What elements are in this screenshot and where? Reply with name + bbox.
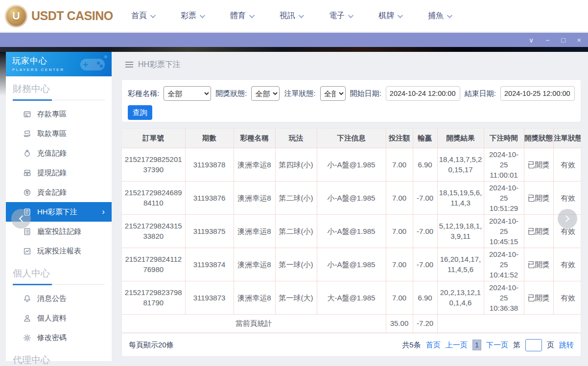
cell-order-status: 有效 <box>553 148 581 181</box>
jump-link[interactable]: 跳转 <box>559 341 574 350</box>
section-title-agent: 代理中心 <box>6 347 112 366</box>
sidebar-item-label: 存款專區 <box>37 110 67 119</box>
col-draw-status: 開獎狀態 <box>524 129 553 148</box>
chevron-right-icon <box>563 215 569 222</box>
cell-play-type: 第四球(小) <box>275 148 317 181</box>
nav-item-live[interactable]: 視訊 <box>280 11 303 21</box>
sidebar: 玩家中心 PLAYERS CENTER 財務中心 存款專區 取款專區 充值記錄 <box>6 52 112 361</box>
nav-item-slots[interactable]: 電子 <box>329 11 352 21</box>
sidebar-item-label: 資金記錄 <box>37 188 67 197</box>
summary-win-loss: -7.20 <box>413 314 437 332</box>
cell-draw-result: 5,12,19,18,1,3,9,11 <box>437 214 484 248</box>
hamburger-icon[interactable] <box>125 62 133 68</box>
col-bet-info: 下注信息 <box>317 129 386 148</box>
sidebar-item-withdraw[interactable]: 取款專區 <box>6 124 112 143</box>
cell-order-status: 有效 <box>553 248 581 281</box>
end-date-input[interactable] <box>500 86 575 101</box>
cell-bet-time: 2024-10-25 10:45:15 <box>484 214 524 248</box>
application-window: U USDT CASINO 首頁 彩票 體育 視訊 電子 <box>0 0 588 366</box>
cell-draw-status: 已開獎 <box>524 214 553 248</box>
cell-win-loss: -7.00 <box>413 181 437 214</box>
nav-item-sports[interactable]: 體育 <box>230 11 253 21</box>
card-icon <box>23 110 31 118</box>
cell-lottery-name: 澳洲幸运8 <box>234 281 275 314</box>
cell-draw-status: 已開獎 <box>524 248 553 281</box>
minimize-icon[interactable]: − <box>545 37 549 44</box>
sidebar-menu-personal: 消息公告 個人資料 修改密碼 <box>6 289 112 347</box>
draw-status-select[interactable]: 全部 <box>251 86 280 101</box>
order-status-select[interactable]: 全部 <box>320 86 346 101</box>
cell-lottery-name: 澳洲幸运8 <box>234 248 275 281</box>
maximize-icon[interactable]: □ <box>561 37 565 44</box>
first-page-link[interactable]: 首页 <box>426 341 441 350</box>
nav-label: 彩票 <box>181 11 196 21</box>
nav-item-home[interactable]: 首頁 <box>131 11 154 21</box>
cell-bet-amount: 7.00 <box>386 248 413 281</box>
nav-label: 視訊 <box>280 11 295 21</box>
close-icon[interactable]: × <box>577 37 581 44</box>
nav-label: 體育 <box>230 11 246 21</box>
cell-draw-status: 已開獎 <box>524 281 553 314</box>
main-nav: 首頁 彩票 體育 視訊 電子 棋牌 <box>131 11 451 21</box>
cell-bet-amount: 7.00 <box>386 281 413 314</box>
col-period: 期數 <box>185 129 234 148</box>
pagination-bar: 每頁顯示20條 共5条 首页 上一页 1 下一页 第 页 跳转 <box>121 333 581 357</box>
sidebar-item-player-bet-report[interactable]: 玩家投注報表 <box>6 241 112 261</box>
chevron-down-icon <box>447 12 452 18</box>
sidebar-item-label: 充值記錄 <box>37 149 67 158</box>
start-date-input[interactable] <box>386 86 460 101</box>
col-bet-time: 下注時間 <box>484 129 524 148</box>
section-divider <box>13 284 105 285</box>
banner-strip-left <box>0 52 6 96</box>
chevron-down-icon <box>150 12 156 18</box>
cell-bet-time: 2024-10-25 11:00:01 <box>484 148 524 181</box>
prev-page-link[interactable]: 上一页 <box>446 341 468 350</box>
lottery-name-select[interactable]: 全部 <box>164 86 211 101</box>
nav-label: 電子 <box>329 11 345 21</box>
cell-period: 31193875 <box>185 214 234 248</box>
chevron-down-icon[interactable]: ∨ <box>529 37 534 44</box>
cell-play-type: 第二球(小) <box>275 214 317 248</box>
gear-icon <box>23 334 31 342</box>
chevron-down-icon <box>398 12 403 18</box>
next-page-link[interactable]: 下一页 <box>486 341 508 350</box>
start-date-label: 開始日期: <box>350 89 381 98</box>
current-page-badge[interactable]: 1 <box>472 340 481 350</box>
cell-win-loss: -7.00 <box>413 248 437 281</box>
sidebar-collapse-button[interactable] <box>11 209 31 229</box>
sidebar-item-profile[interactable]: 個人資料 <box>6 308 112 328</box>
window-titlebar: ∨ − □ × <box>0 33 588 47</box>
site-logo[interactable]: U USDT CASINO <box>5 5 113 27</box>
section-title-finance: 財務中心 <box>6 76 112 95</box>
sidebar-item-funds-record[interactable]: 資金記錄 <box>6 183 112 202</box>
logo-symbol: U <box>12 10 20 23</box>
cell-win-loss: 6.90 <box>413 148 437 181</box>
cell-play-type: 第二球(小) <box>275 181 317 214</box>
nav-item-lottery[interactable]: 彩票 <box>181 11 204 21</box>
page-unit-text: 页 <box>547 341 554 350</box>
col-bet-amount: 投注額 <box>386 129 413 148</box>
person-icon <box>23 314 31 322</box>
window-controls: ∨ − □ × <box>529 33 581 47</box>
nav-item-cards[interactable]: 棋牌 <box>378 11 401 21</box>
chevron-down-icon <box>249 12 255 18</box>
hand-cash-icon <box>23 130 31 138</box>
summary-label: 當前頁統計 <box>122 314 386 332</box>
page-jump-input[interactable] <box>525 339 542 351</box>
cell-bet-amount: 7.00 <box>386 181 413 214</box>
cell-bet-info: 小-A盤@1.985 <box>317 214 386 248</box>
sidebar-item-announcements[interactable]: 消息公告 <box>6 289 112 308</box>
site-header: U USDT CASINO 首頁 彩票 體育 視訊 電子 <box>0 0 588 32</box>
sidebar-item-change-password[interactable]: 修改密碼 <box>6 328 112 347</box>
table-row: 2152172982520137390 31193878 澳洲幸运8 第四球(小… <box>122 148 581 181</box>
sidebar-item-recharge-record[interactable]: 充值記錄 <box>6 143 112 163</box>
cell-draw-result: 18,4,13,7,5,20,15,17 <box>437 148 484 181</box>
nav-item-fishing[interactable]: 捕魚 <box>428 11 451 21</box>
panel-expand-button[interactable] <box>558 209 577 229</box>
bets-table: 訂單號 期數 彩種名稱 玩法 下注信息 投注額 輸贏 開獎結果 下注時間 開獎狀… <box>122 129 581 350</box>
search-button[interactable]: 查詢 <box>128 105 152 120</box>
sidebar-item-deposit[interactable]: 存款專區 <box>6 104 112 124</box>
sidebar-item-label: 修改密碼 <box>37 333 67 343</box>
sidebar-item-withdraw-record[interactable]: 提現記錄 <box>6 163 112 183</box>
logo-coin-icon: U <box>5 5 27 27</box>
